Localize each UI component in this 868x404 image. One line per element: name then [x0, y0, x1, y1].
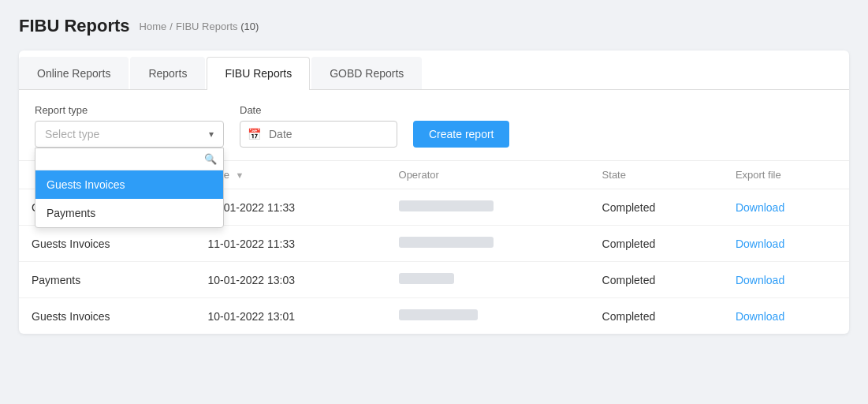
breadcrumb-current: FIBU Reports (10)	[176, 21, 259, 32]
cell-export: Download	[723, 262, 849, 298]
table-row: Guests Invoices 11-01-2022 11:33 Complet…	[19, 226, 849, 262]
select-wrapper: Select type ▾ 🔍 Guests Invoices Payments	[35, 121, 224, 148]
tab-reports[interactable]: Reports	[130, 57, 205, 89]
select-type-button[interactable]: Select type ▾	[35, 121, 224, 148]
cell-operator	[386, 226, 590, 262]
download-link[interactable]: Download	[736, 310, 784, 323]
cell-export: Download	[723, 189, 849, 226]
cell-type: Guests Invoices	[19, 298, 195, 335]
download-link[interactable]: Download	[736, 238, 784, 250]
date-input[interactable]	[240, 121, 397, 148]
cell-date: 10-01-2022 13:03	[195, 262, 386, 298]
date-filter: Date 📅	[240, 104, 397, 148]
cell-date: 10-01-2022 13:01	[195, 298, 386, 335]
select-type-placeholder: Select type	[45, 128, 99, 140]
type-dropdown: 🔍 Guests Invoices Payments	[35, 148, 224, 228]
chevron-down-icon: ▾	[209, 129, 214, 140]
tab-online-reports[interactable]: Online Reports	[19, 57, 129, 89]
cell-export: Download	[723, 226, 849, 262]
breadcrumb: Home / FIBU Reports (10)	[140, 21, 259, 32]
date-label: Date	[240, 104, 397, 116]
search-icon: 🔍	[204, 153, 217, 165]
report-type-filter: Report type Select type ▾ 🔍 Guests Invoi…	[35, 104, 224, 148]
dropdown-search-wrapper: 🔍	[35, 148, 223, 170]
tabs-bar: Online Reports Reports FIBU Reports GOBD…	[19, 50, 849, 90]
cell-operator	[386, 298, 590, 335]
breadcrumb-home[interactable]: Home	[140, 21, 167, 32]
download-link[interactable]: Download	[736, 274, 784, 286]
col-state: State	[590, 161, 723, 189]
tab-fibu-reports[interactable]: FIBU Reports	[207, 57, 310, 90]
cell-operator	[386, 262, 590, 298]
cell-state: Completed	[590, 262, 723, 298]
page-title: FIBU Reports	[19, 16, 130, 36]
sort-icon: ▼	[236, 170, 244, 180]
cell-state: Completed	[590, 298, 723, 335]
col-export: Export file	[723, 161, 849, 189]
dropdown-item-guests-invoices[interactable]: Guests Invoices	[35, 170, 223, 199]
page-header: FIBU Reports Home / FIBU Reports (10)	[19, 16, 849, 36]
report-type-label: Report type	[35, 104, 224, 116]
main-card: Online Reports Reports FIBU Reports GOBD…	[19, 50, 849, 334]
filters-bar: Report type Select type ▾ 🔍 Guests Invoi…	[19, 90, 849, 161]
cell-type: Guests Invoices	[19, 226, 195, 262]
create-report-button[interactable]: Create report	[413, 121, 509, 148]
page-wrapper: FIBU Reports Home / FIBU Reports (10) On…	[0, 0, 868, 404]
date-wrapper: 📅	[240, 121, 397, 148]
table-row: Payments 10-01-2022 13:03 Completed Down…	[19, 262, 849, 298]
cell-operator	[386, 189, 590, 226]
dropdown-item-payments[interactable]: Payments	[35, 199, 223, 227]
cell-date: 11-01-2022 11:33	[195, 226, 386, 262]
cell-state: Completed	[590, 226, 723, 262]
cell-export: Download	[723, 298, 849, 335]
cell-state: Completed	[590, 189, 723, 226]
breadcrumb-sep: /	[170, 21, 173, 32]
download-link[interactable]: Download	[736, 201, 784, 214]
tab-gobd-reports[interactable]: GOBD Reports	[311, 57, 422, 89]
cell-type: Payments	[19, 262, 195, 298]
table-row: Guests Invoices 10-01-2022 13:01 Complet…	[19, 298, 849, 335]
dropdown-search-input[interactable]	[42, 153, 199, 165]
calendar-icon: 📅	[248, 128, 261, 140]
col-operator: Operator	[386, 161, 590, 189]
